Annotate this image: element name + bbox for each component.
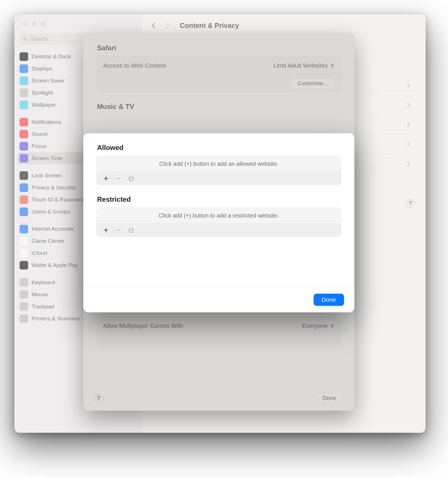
sidebar-item-icon [20, 101, 28, 109]
sidebar-item-icon [20, 52, 28, 61]
sidebar-item-icon [20, 64, 28, 73]
sidebar-item-icon [20, 76, 28, 85]
sidebar-item-label: Screen Time [32, 155, 62, 161]
music-tv-heading: Music & TV [97, 103, 341, 111]
multi-label: Allow Multiplayer Games With [103, 322, 183, 329]
sidebar-item-label: Game Center [32, 238, 64, 244]
plus-icon [103, 228, 109, 233]
svg-point-0 [24, 37, 26, 40]
sidebar-item-label: Desktop & Dock [32, 53, 71, 60]
done-button[interactable]: Done [315, 392, 344, 404]
access-label: Access to Web Content [103, 62, 166, 69]
sidebar-item-label: Wallet & Apple Pay [32, 262, 78, 268]
svg-point-15 [132, 230, 133, 231]
sidebar-item-icon [20, 154, 28, 163]
sidebar-item-label: Wallpaper [32, 102, 56, 108]
minus-icon [116, 176, 121, 181]
sidebar-item-icon [20, 261, 28, 270]
sheet1-footer: ? Done [83, 385, 354, 411]
cutoff-row [97, 335, 341, 347]
sidebar-item-label: iCloud [32, 250, 47, 256]
remove-button[interactable] [112, 174, 125, 183]
allowed-heading: Allowed [97, 144, 341, 152]
sidebar-item-label: Touch ID & Password [32, 197, 84, 203]
ellipsis-circle-icon [128, 227, 134, 233]
page-title: Content & Privacy [180, 22, 239, 30]
minus-icon [116, 228, 121, 233]
sidebar-item-icon [20, 237, 28, 245]
sidebar-item-label: Users & Groups [32, 209, 70, 215]
help-button[interactable]: ? [94, 393, 103, 403]
multiplayer-row[interactable]: Allow Multiplayer Games With Everyone [97, 317, 341, 335]
sidebar-item-icon [20, 118, 28, 126]
add-button[interactable] [100, 225, 112, 235]
sidebar-item-label: Mouse [32, 291, 48, 298]
sidebar-item-label: Printers & Scanners [32, 316, 80, 322]
updown-icon [330, 64, 335, 68]
sidebar-item-icon [20, 302, 28, 311]
access-value[interactable]: Limit Adult Websites [273, 62, 335, 69]
sidebar-item-label: Displays [32, 66, 52, 72]
chevron-right-icon [407, 82, 411, 89]
safari-heading: Safari [97, 44, 341, 52]
allowed-list: Click add (+) button to add an allowed w… [96, 156, 341, 185]
customise-button[interactable]: Customise… [291, 78, 335, 89]
svg-point-6 [130, 178, 131, 179]
sidebar-item-label: Keyboard [32, 279, 55, 286]
modal-footer: Done [83, 286, 354, 312]
sidebar-item-icon [20, 130, 28, 139]
sidebar-item-label: Sound [32, 131, 47, 137]
sidebar-item-icon [20, 278, 28, 287]
more-button[interactable] [125, 225, 138, 235]
remove-button[interactable] [112, 225, 125, 235]
search-placeholder: Search [31, 36, 48, 42]
safari-box: Access to Web Content Limit Adult Websit… [96, 56, 341, 92]
search-icon [23, 36, 28, 42]
ellipsis-circle-icon [128, 176, 134, 181]
forward-button[interactable] [163, 20, 172, 31]
svg-point-14 [131, 230, 132, 231]
sidebar-item-label: Lock Screen [32, 172, 62, 179]
zoom-icon[interactable] [41, 21, 46, 26]
sidebar-item-icon [20, 195, 28, 204]
sidebar-item-label: Internet Accounts [32, 226, 74, 232]
svg-point-8 [132, 178, 133, 179]
sidebar-item-icon [20, 249, 28, 257]
sidebar-item-label: Privacy & Security [32, 184, 76, 191]
sidebar-item-icon [20, 142, 28, 151]
plus-icon [103, 176, 109, 181]
sidebar-item-icon [20, 314, 28, 323]
minimize-icon[interactable] [32, 21, 37, 26]
sidebar-item-icon [20, 183, 28, 192]
svg-line-1 [26, 40, 28, 41]
customise-row: Customise… [97, 75, 341, 92]
chevron-right-icon [407, 161, 411, 167]
close-icon[interactable] [22, 21, 28, 26]
add-button[interactable] [100, 174, 112, 183]
sidebar-item-icon [20, 171, 28, 180]
restricted-toolbar [97, 224, 341, 236]
restricted-placeholder: Click add (+) button to add a restricted… [97, 208, 341, 224]
restricted-heading: Restricted [97, 195, 341, 203]
sidebar-item-icon [20, 207, 28, 216]
window-controls[interactable] [14, 14, 141, 26]
chevron-right-icon [407, 102, 411, 108]
sidebar-item-label: Trackpad [32, 303, 54, 310]
svg-point-7 [131, 178, 132, 179]
allowed-restricted-modal: Allowed Click add (+) button to add an a… [83, 133, 354, 312]
access-web-content-row[interactable]: Access to Web Content Limit Adult Websit… [97, 56, 341, 75]
done-button[interactable]: Done [314, 294, 344, 306]
sidebar-item-icon [20, 290, 28, 299]
more-button[interactable] [125, 174, 138, 183]
chevron-right-icon [407, 141, 411, 147]
back-button[interactable] [149, 20, 158, 31]
multi-value[interactable]: Everyone [302, 322, 335, 329]
sidebar-item-label: Screen Saver [32, 78, 65, 84]
updown-icon [330, 324, 335, 328]
multiplayer-box: Allow Multiplayer Games With Everyone [96, 316, 341, 347]
sidebar-item-icon [20, 89, 28, 97]
allowed-placeholder: Click add (+) button to add an allowed w… [97, 156, 341, 172]
help-button[interactable]: ? [405, 198, 415, 208]
sidebar-item-label: Notifications [32, 119, 61, 125]
chevron-right-icon [407, 122, 411, 128]
